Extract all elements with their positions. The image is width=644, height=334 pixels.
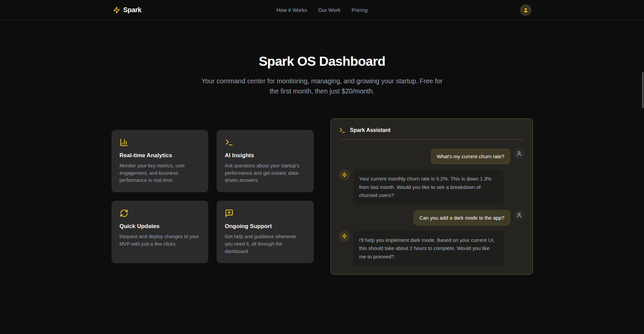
user-avatar [514, 210, 524, 220]
message-list: What's my current churn rate? Your curre… [339, 148, 524, 266]
user-message-row: What's my current churn rate? [339, 148, 524, 164]
feature-title: Real-time Analytics [120, 152, 201, 159]
main-content: Real-time Analytics Monitor your key met… [112, 118, 533, 275]
feature-card-ai-insights[interactable]: AI Insights Ask questions about your sta… [217, 130, 314, 192]
assistant-message-row: I'll help you implement dark mode. Based… [339, 231, 524, 266]
terminal-icon [225, 138, 306, 147]
chart-column-icon [120, 138, 201, 147]
brand[interactable]: Spark [113, 6, 142, 14]
assistant-message-bubble: I'll help you implement dark mode. Based… [353, 231, 503, 266]
user-message-row: Can you add a dark mode to the app? [339, 210, 524, 226]
feature-card-quick-updates[interactable]: Quick Updates Request and deploy changes… [112, 201, 209, 263]
user-avatar [514, 148, 524, 159]
hero-section: Spark OS Dashboard Your command center f… [0, 20, 644, 96]
refresh-icon [120, 209, 201, 218]
assistant-message-bubble: Your current monthly churn rate is 5.2%.… [353, 169, 503, 205]
feature-card-ongoing-support[interactable]: Ongoing Support Get help and guidance wh… [217, 201, 314, 263]
spark-logo-icon [113, 6, 120, 14]
feature-description: Ask questions about your startup's perfo… [225, 162, 306, 184]
page-title: Spark OS Dashboard [0, 54, 644, 69]
panel-divider [339, 139, 524, 140]
header-inner: Spark How it Works Our Work Pricing [112, 4, 533, 16]
terminal-icon [339, 127, 346, 134]
user-message-bubble: What's my current churn rate? [431, 148, 510, 164]
feature-title: Quick Updates [120, 223, 201, 230]
user-message-bubble: Can you add a dark mode to the app? [413, 210, 511, 226]
feature-description: Monitor your key metrics, user engagemen… [120, 162, 201, 184]
nav-our-work[interactable]: Our Work [318, 7, 340, 13]
main-nav: How it Works Our Work Pricing [276, 7, 367, 13]
feature-title: AI Insights [225, 152, 306, 159]
assistant-message-row: Your current monthly churn rate is 5.2%.… [339, 169, 524, 205]
nav-pricing[interactable]: Pricing [351, 7, 367, 13]
feature-grid: Real-time Analytics Monitor your key met… [112, 130, 314, 263]
scrollbar-thumb[interactable] [642, 72, 644, 108]
assistant-panel-title: Spark Assistant [350, 127, 391, 133]
user-icon [523, 7, 529, 13]
spark-assistant-panel: Spark Assistant What's my current churn … [331, 118, 533, 275]
nav-how-it-works[interactable]: How it Works [276, 7, 307, 13]
header: Spark How it Works Our Work Pricing [0, 0, 644, 20]
account-avatar-button[interactable] [520, 4, 531, 16]
feature-title: Ongoing Support [225, 223, 306, 230]
page-subtitle: Your command center for monitoring, mana… [201, 76, 443, 96]
feature-description: Request and deploy changes to your MVP w… [120, 233, 201, 248]
assistant-panel-header: Spark Assistant [339, 127, 524, 134]
feature-card-analytics[interactable]: Real-time Analytics Monitor your key met… [112, 130, 209, 192]
feature-description: Get help and guidance whenever you need … [225, 233, 306, 255]
message-square-plus-icon [225, 209, 306, 218]
brand-name: Spark [123, 6, 142, 14]
spark-bot-avatar [339, 169, 350, 180]
spark-bot-avatar [339, 231, 350, 242]
scrollbar[interactable] [641, 0, 644, 334]
